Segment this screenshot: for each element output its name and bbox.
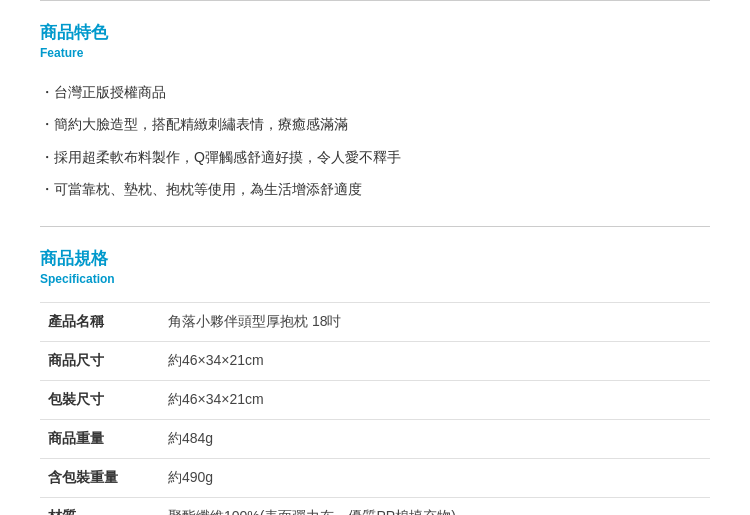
table-row: 商品尺寸約46×34×21cm xyxy=(40,341,710,380)
spec-value-1: 約46×34×21cm xyxy=(160,341,710,380)
feature-list: 台灣正版授權商品簡約大臉造型，搭配精緻刺繡表情，療癒感滿滿採用超柔軟布料製作，Q… xyxy=(40,76,710,206)
feature-item-2: 簡約大臉造型，搭配精緻刺繡表情，療癒感滿滿 xyxy=(40,108,710,140)
feature-item-1: 台灣正版授權商品 xyxy=(40,76,710,108)
feature-section: 商品特色 Feature 台灣正版授權商品簡約大臉造型，搭配精緻刺繡表情，療癒感… xyxy=(0,1,750,226)
feature-item-4: 可當靠枕、墊枕、抱枕等使用，為生活增添舒適度 xyxy=(40,173,710,205)
feature-item-3: 採用超柔軟布料製作，Q彈觸感舒適好摸，令人愛不釋手 xyxy=(40,141,710,173)
spec-title-zh: 商品規格 xyxy=(40,247,710,270)
spec-value-3: 約484g xyxy=(160,419,710,458)
feature-title-zh: 商品特色 xyxy=(40,21,710,44)
spec-value-4: 約490g xyxy=(160,458,710,497)
table-row: 包裝尺寸約46×34×21cm xyxy=(40,380,710,419)
table-row: 產品名稱角落小夥伴頭型厚抱枕 18吋 xyxy=(40,302,710,341)
spec-label-5: 材質 xyxy=(40,497,160,515)
spec-label-4: 含包裝重量 xyxy=(40,458,160,497)
spec-label-0: 產品名稱 xyxy=(40,302,160,341)
feature-title-en: Feature xyxy=(40,46,710,60)
spec-label-1: 商品尺寸 xyxy=(40,341,160,380)
spec-value-2: 約46×34×21cm xyxy=(160,380,710,419)
spec-label-3: 商品重量 xyxy=(40,419,160,458)
table-row: 含包裝重量約490g xyxy=(40,458,710,497)
table-row: 材質聚酯纖維100%(表面彈力布，優質PP棉填充物) xyxy=(40,497,710,515)
page-container: 商品特色 Feature 台灣正版授權商品簡約大臉造型，搭配精緻刺繡表情，療癒感… xyxy=(0,0,750,515)
spec-value-0: 角落小夥伴頭型厚抱枕 18吋 xyxy=(160,302,710,341)
table-row: 商品重量約484g xyxy=(40,419,710,458)
spec-table: 產品名稱角落小夥伴頭型厚抱枕 18吋商品尺寸約46×34×21cm包裝尺寸約46… xyxy=(40,302,710,515)
spec-title-en: Specification xyxy=(40,272,710,286)
specification-section: 商品規格 Specification 產品名稱角落小夥伴頭型厚抱枕 18吋商品尺… xyxy=(0,227,750,515)
spec-label-2: 包裝尺寸 xyxy=(40,380,160,419)
spec-value-5: 聚酯纖維100%(表面彈力布，優質PP棉填充物) xyxy=(160,497,710,515)
